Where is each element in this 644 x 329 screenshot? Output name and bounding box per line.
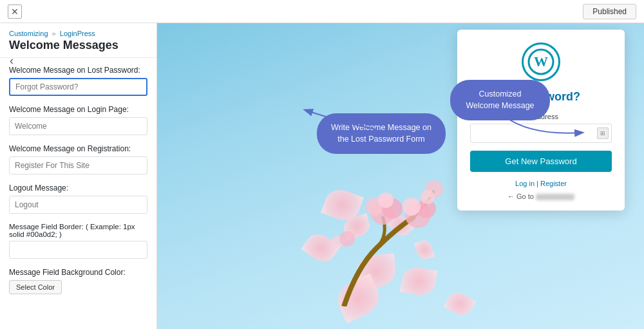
svg-point-3 <box>378 193 393 208</box>
main-layout: ‹ Customizing » LoginPress Welcome Messa… <box>0 23 644 329</box>
breadcrumb-sep1: » <box>52 30 56 37</box>
log-in-link[interactable]: Log in <box>515 180 535 187</box>
sidebar-content: Welcome Message on Lost Password: Welcom… <box>0 58 156 329</box>
username-input-wrap: ⊞ <box>470 124 612 143</box>
bubble2-text: Customized Welcome Message <box>466 89 534 110</box>
bubble-write-message: Write Welcome Message on the Lost Passwo… <box>317 113 446 154</box>
svg-point-6 <box>402 198 421 216</box>
login-page-input[interactable] <box>9 117 147 135</box>
bubble-customized-message: Customized Welcome Message <box>450 80 550 120</box>
login-page-label: Welcome Message on Login Page: <box>9 105 147 114</box>
wp-logo: W <box>470 42 612 81</box>
published-button[interactable]: Published <box>583 4 636 19</box>
registration-field-group: Welcome Message on Registration: <box>9 144 147 174</box>
goto-site-name <box>536 194 574 200</box>
wp-logo-circle: W <box>522 42 560 81</box>
login-page-field-group: Welcome Message on Login Page: <box>9 105 147 135</box>
bg-color-field-group: Message Field Background Color: Select C… <box>9 268 147 294</box>
svg-text:W: W <box>534 53 548 70</box>
branch-area <box>318 165 447 306</box>
lost-password-label: Welcome Message on Lost Password: <box>9 66 147 75</box>
preview-area: W Forgot Password? Username or Email Add… <box>157 23 644 329</box>
border-input[interactable] <box>9 241 147 259</box>
bg-color-label: Message Field Background Color: <box>9 268 147 277</box>
register-link[interactable]: Register <box>540 180 567 187</box>
border-label: Message Field Border: ( Example: 1px sol… <box>9 223 147 238</box>
border-field-group: Message Field Border: ( Example: 1px sol… <box>9 223 147 259</box>
breadcrumb: Customizing » LoginPress <box>9 30 147 37</box>
lost-password-input[interactable] <box>9 78 147 96</box>
back-button[interactable]: ‹ <box>3 52 21 70</box>
get-new-password-button[interactable]: Get New Password <box>470 151 612 172</box>
logout-field-group: Logout Message: <box>9 183 147 214</box>
lost-password-field-group: Welcome Message on Lost Password: <box>9 66 147 96</box>
username-input[interactable] <box>470 124 612 143</box>
breadcrumb-loginpress[interactable]: LoginPress <box>60 30 95 37</box>
svg-point-8 <box>421 190 435 204</box>
registration-label: Welcome Message on Registration: <box>9 144 147 153</box>
breadcrumb-customizing[interactable]: Customizing <box>9 30 48 37</box>
input-icon: ⊞ <box>597 127 609 139</box>
goto-arrow: ← Go to <box>507 193 536 200</box>
sidebar: ‹ Customizing » LoginPress Welcome Messa… <box>0 23 157 329</box>
select-color-button[interactable]: Select Color <box>9 280 62 294</box>
logout-input[interactable] <box>9 196 147 214</box>
top-bar: ✕ Published <box>0 0 644 23</box>
card-links: Log in | Register <box>470 180 612 187</box>
bubble1-text: Write Welcome Message on the Lost Passwo… <box>331 123 431 144</box>
goto-text: ← Go to <box>470 193 612 200</box>
svg-point-10 <box>339 231 355 247</box>
sidebar-title: Welcome Messages <box>9 39 147 52</box>
registration-input[interactable] <box>9 156 147 174</box>
top-bar-left: ✕ <box>8 5 22 19</box>
close-button[interactable]: ✕ <box>8 5 22 19</box>
sidebar-header: Customizing » LoginPress Welcome Message… <box>0 23 156 58</box>
logout-label: Logout Message: <box>9 183 147 193</box>
